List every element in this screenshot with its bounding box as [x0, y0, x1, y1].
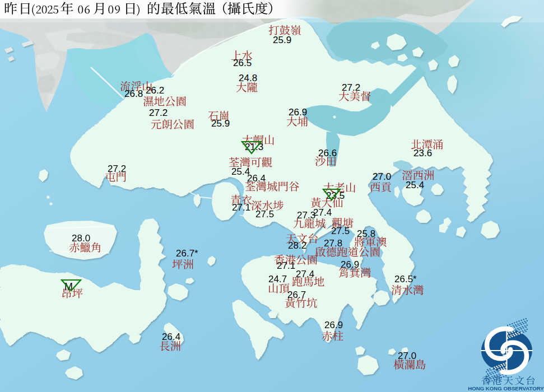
- svg-text:HONG KONG OBSERVATORY: HONG KONG OBSERVATORY: [468, 385, 544, 391]
- svg-text:26.7: 26.7: [287, 290, 306, 300]
- svg-text:27.3: 27.3: [297, 210, 315, 221]
- svg-text:27.2: 27.2: [149, 108, 168, 118]
- svg-text:26.6: 26.6: [318, 148, 337, 158]
- svg-text:25.9: 25.9: [273, 35, 291, 45]
- svg-text:27.4: 27.4: [296, 269, 314, 279]
- svg-text:26.4: 26.4: [247, 173, 266, 184]
- svg-text:27.5: 27.5: [255, 209, 274, 220]
- svg-text:27.0: 27.0: [373, 171, 391, 182]
- svg-text:26.5*: 26.5*: [394, 274, 417, 284]
- svg-text:27.4: 27.4: [313, 207, 332, 218]
- svg-text:26.9: 26.9: [324, 320, 343, 330]
- svg-text:26.8: 26.8: [124, 88, 143, 99]
- svg-text:27.1: 27.1: [277, 260, 295, 271]
- svg-text:28.0: 28.0: [72, 233, 90, 244]
- svg-text:26.9: 26.9: [341, 259, 359, 270]
- svg-text:25.9: 25.9: [211, 118, 230, 129]
- svg-text:26.4: 26.4: [162, 332, 180, 342]
- svg-text:26.9: 26.9: [289, 107, 307, 118]
- svg-text:24.7: 24.7: [268, 274, 287, 284]
- svg-text:27.1: 27.1: [232, 202, 250, 213]
- svg-text:27.8: 27.8: [324, 238, 342, 249]
- svg-text:27.5: 27.5: [331, 226, 350, 236]
- svg-text:28.2: 28.2: [288, 240, 306, 251]
- svg-text:27.2: 27.2: [342, 82, 360, 93]
- svg-text:26.7*: 26.7*: [176, 248, 198, 259]
- svg-text:26.2: 26.2: [146, 85, 164, 96]
- svg-text:25.4: 25.4: [406, 180, 424, 190]
- svg-text:23.6: 23.6: [413, 148, 432, 158]
- svg-text:27.0: 27.0: [398, 351, 416, 361]
- svg-text:24.8: 24.8: [239, 73, 257, 83]
- svg-text:26.5: 26.5: [233, 58, 252, 68]
- svg-text:25.8: 25.8: [357, 228, 375, 239]
- svg-text:27.2: 27.2: [108, 164, 126, 174]
